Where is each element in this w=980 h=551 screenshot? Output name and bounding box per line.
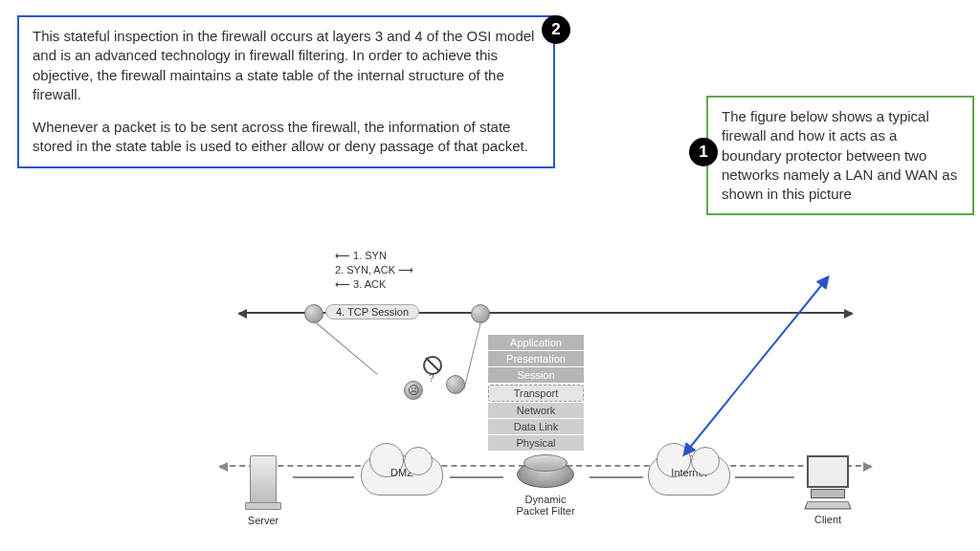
leg-left [314, 321, 378, 375]
internet-label: Internet [649, 467, 729, 478]
deny-icon [423, 356, 442, 375]
osi-stack: Application Presentation Session Transpo… [488, 335, 584, 452]
client-cell: Client [794, 455, 861, 525]
callout-blue-p1: This stateful inspection in the firewall… [33, 27, 540, 104]
face-icon: ☹ [404, 381, 423, 400]
tcp-handshake-list: ⟵ 1. SYN 2. SYN, ACK ⟶ ⟵ 3. ACK [335, 249, 413, 292]
osi-network: Network [488, 403, 584, 419]
osi-session: Session [488, 367, 584, 384]
internet-cloud-icon: Internet [648, 455, 730, 496]
filter-label-1: Dynamic [498, 494, 593, 505]
hs-synack: 2. SYN, ACK ⟶ [335, 263, 413, 277]
internet-cell: Internet [641, 455, 737, 496]
hs-syn: ⟵ 1. SYN [335, 249, 413, 263]
dmz-label: DMZ [362, 467, 442, 478]
session-node [446, 375, 465, 394]
filter-cell: Dynamic Packet Filter [498, 455, 593, 517]
server-icon [250, 455, 277, 505]
callout-green: The figure below shows a typical firewal… [706, 96, 974, 215]
badge-1: 1 [689, 138, 718, 166]
osi-application: Application [488, 335, 584, 351]
osi-transport: Transport [488, 385, 584, 402]
server-cell: Server [230, 455, 297, 526]
filter-label-2: Packet Filter [498, 505, 593, 517]
router-icon [517, 461, 574, 488]
osi-presentation: Presentation [488, 351, 584, 367]
callout-blue: This stateful inspection in the firewall… [17, 15, 555, 168]
link-server-dmz [293, 476, 354, 478]
firewall-diagram: ⟵ 1. SYN 2. SYN, ACK ⟶ ⟵ 3. ACK 4. TCP S… [211, 249, 880, 536]
query-mark: ? [429, 373, 434, 384]
server-label: Server [230, 515, 297, 526]
badge-2: 2 [542, 15, 570, 44]
link-internet-client [735, 476, 794, 478]
link-dmz-filter [450, 476, 503, 478]
dmz-cell: DMZ [354, 455, 450, 496]
link-filter-internet [590, 476, 643, 478]
callout-blue-p2: Whenever a packet is to be sent across t… [33, 118, 540, 157]
osi-physical: Physical [488, 435, 584, 452]
client-pc-icon [804, 455, 852, 510]
tcp-session-label: 4. TCP Session [325, 304, 419, 320]
callout-green-text: The figure below shows a typical firewal… [722, 108, 957, 202]
osi-datalink: Data Link [488, 419, 584, 435]
dmz-cloud-icon: DMZ [361, 455, 443, 496]
leg-right [464, 321, 481, 388]
client-label: Client [794, 514, 861, 525]
hs-ack: ⟵ 3. ACK [335, 277, 413, 292]
